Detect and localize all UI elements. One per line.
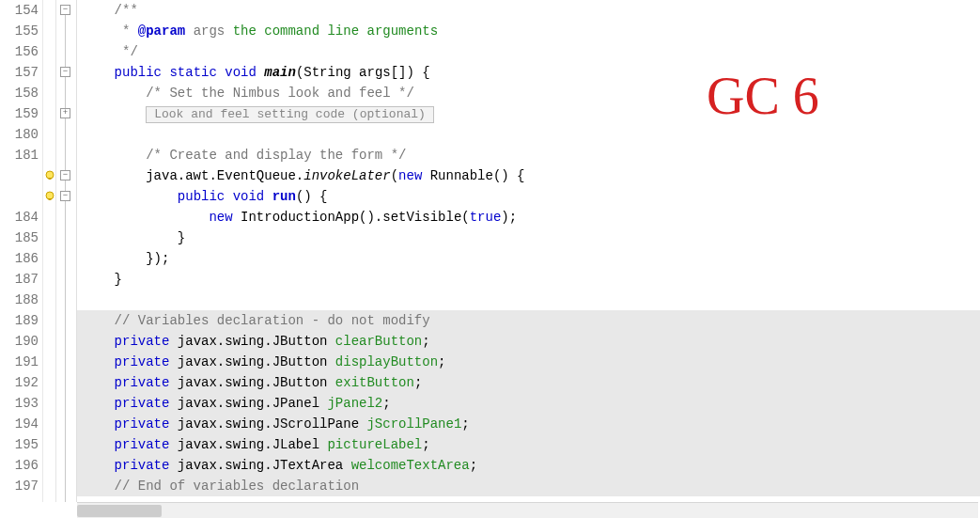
code-token: jPanel2 xyxy=(327,396,382,411)
code-line[interactable]: new IntroductionApp().setVisible(true); xyxy=(77,207,980,228)
code-line[interactable]: private javax.swing.JPanel jPanel2; xyxy=(77,393,980,414)
code-line[interactable]: } xyxy=(77,269,980,290)
line-number: 193 xyxy=(0,393,42,414)
fold-collapse-icon[interactable]: − xyxy=(60,67,70,77)
code-token: */ xyxy=(83,44,138,59)
line-number: 191 xyxy=(0,352,42,372)
line-number-gutter: 1541551561571581591801811841851861871881… xyxy=(0,0,43,502)
line-number: 194 xyxy=(0,414,42,434)
line-number: 158 xyxy=(0,83,42,103)
code-token: // End of variables declaration xyxy=(115,479,359,494)
code-line[interactable]: */ xyxy=(77,41,980,62)
code-token: private xyxy=(115,437,170,452)
code-line[interactable]: /* Create and display the form */ xyxy=(77,145,980,165)
line-number: 181 xyxy=(0,145,42,165)
code-line[interactable]: * @param args the command line arguments xyxy=(77,21,980,41)
code-line[interactable]: private javax.swing.JLabel pictureLabel; xyxy=(77,434,980,455)
code-line[interactable]: private javax.swing.JButton clearButton; xyxy=(77,331,980,352)
line-number: 188 xyxy=(0,290,42,310)
code-token xyxy=(83,437,115,452)
line-number xyxy=(0,186,42,207)
fold-guide-line xyxy=(65,9,66,502)
code-line[interactable]: }); xyxy=(77,248,980,269)
code-line[interactable]: java.awt.EventQueue.invokeLater(new Runn… xyxy=(77,165,980,186)
code-token: jScrollPane1 xyxy=(366,416,461,432)
code-token: ; xyxy=(461,416,469,432)
code-token: javax.swing.JPanel xyxy=(169,396,327,411)
fold-collapse-icon[interactable]: − xyxy=(60,191,70,201)
line-number: 184 xyxy=(0,207,42,228)
code-token: /* Set the Nimbus look and feel */ xyxy=(146,86,414,101)
code-line[interactable]: // End of variables declaration xyxy=(77,476,980,496)
line-number: 197 xyxy=(0,476,42,496)
code-line[interactable]: private javax.swing.JTextArea welcomeTex… xyxy=(77,455,980,476)
code-token xyxy=(264,189,272,204)
code-token: ; xyxy=(438,354,445,369)
code-token: run xyxy=(272,189,296,204)
folded-region-label[interactable]: Look and feel setting code (optional) xyxy=(146,106,434,123)
code-token: java.awt.EventQueue. xyxy=(83,168,303,183)
code-token: } xyxy=(83,230,185,245)
code-token: () { xyxy=(296,189,328,204)
code-line[interactable]: Look and feel setting code (optional) xyxy=(77,103,980,124)
code-line[interactable]: /* Set the Nimbus look and feel */ xyxy=(77,83,980,103)
code-line[interactable]: // Variables declaration - do not modify xyxy=(77,310,980,331)
code-token: javax.swing.JLabel xyxy=(169,437,327,452)
svg-rect-3 xyxy=(49,198,52,200)
fold-collapse-icon[interactable]: − xyxy=(60,5,70,15)
fold-expand-icon[interactable]: + xyxy=(60,108,70,118)
code-token xyxy=(83,458,115,473)
code-token: private xyxy=(115,375,170,390)
code-token: new xyxy=(209,210,232,225)
hint-bulb-icon[interactable] xyxy=(44,191,55,202)
code-token xyxy=(225,189,232,204)
code-token: static xyxy=(169,65,216,80)
code-token: ; xyxy=(382,396,390,411)
code-token: welcomeTextArea xyxy=(351,458,470,473)
code-token: * xyxy=(83,24,138,39)
code-line[interactable]: private javax.swing.JButton displayButto… xyxy=(77,352,980,372)
code-token: public xyxy=(178,189,225,204)
svg-point-0 xyxy=(46,171,54,179)
code-token: // Variables declaration - do not modify xyxy=(115,313,430,328)
fold-gutter[interactable]: −−+−− xyxy=(56,0,77,502)
line-number: 195 xyxy=(0,434,42,455)
code-token xyxy=(83,148,146,163)
code-line[interactable]: public static void main(String args[]) { xyxy=(77,62,980,83)
code-token xyxy=(83,189,178,204)
code-token: main xyxy=(264,65,296,80)
code-token: ); xyxy=(501,210,517,225)
code-token: Runnable() { xyxy=(422,168,524,183)
code-token xyxy=(83,313,115,328)
code-area[interactable]: GC 6 /** * @param args the command line … xyxy=(77,0,980,502)
fold-collapse-icon[interactable]: − xyxy=(60,170,70,181)
line-number: 156 xyxy=(0,41,42,62)
code-token: /* Create and display the form */ xyxy=(146,148,406,163)
code-line[interactable]: /** xyxy=(77,0,980,21)
code-line[interactable] xyxy=(77,124,980,145)
line-number: 185 xyxy=(0,228,42,248)
svg-point-2 xyxy=(46,192,54,199)
code-token: ; xyxy=(422,334,429,349)
code-token xyxy=(83,396,115,411)
code-token xyxy=(83,334,115,349)
hint-bulb-icon[interactable] xyxy=(44,170,55,181)
line-number: 196 xyxy=(0,455,42,476)
code-token xyxy=(217,65,225,80)
code-token: private xyxy=(115,354,170,369)
line-number xyxy=(0,165,42,186)
code-token: IntroductionApp().setVisible( xyxy=(233,210,470,225)
code-token: javax.swing.JTextArea xyxy=(169,458,350,473)
code-line[interactable] xyxy=(77,290,980,310)
code-line[interactable]: public void run() { xyxy=(77,186,980,207)
line-number: 159 xyxy=(0,103,42,124)
code-token xyxy=(83,86,146,101)
code-line[interactable]: } xyxy=(77,228,980,248)
scrollbar-thumb[interactable] xyxy=(77,505,162,517)
svg-rect-1 xyxy=(49,178,52,180)
code-editor[interactable]: 1541551561571581591801811841851861871881… xyxy=(0,0,980,502)
horizontal-scrollbar[interactable] xyxy=(77,502,978,518)
code-line[interactable]: private javax.swing.JScrollPane jScrollP… xyxy=(77,414,980,434)
code-token: void xyxy=(225,65,257,80)
code-line[interactable]: private javax.swing.JButton exitButton; xyxy=(77,372,980,393)
